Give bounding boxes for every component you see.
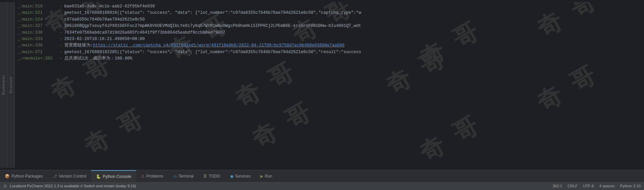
console-line: _:main:333 - 2023-02-20T18:16:21.498658+… xyxy=(17,36,641,42)
line-ref: _:main:327 xyxy=(17,23,58,29)
line-ref: _:main:336 xyxy=(17,42,58,49)
status-right: 362:1 CRLF UTF-8 4 spaces Python 3.10 xyxy=(552,184,641,188)
tab-python-packages[interactable]: 📦Python Packages xyxy=(0,170,48,182)
indent[interactable]: 4 spaces xyxy=(599,184,615,188)
status-bar: ⚠ Localized PyCharm 2022.1.3 is availabl… xyxy=(0,182,644,190)
watermark-11: 奇 哥 xyxy=(246,96,316,156)
python-console-icon: 🐍 xyxy=(96,174,101,179)
encoding[interactable]: UTF-8 xyxy=(583,184,594,188)
line-ref: _:main:324 xyxy=(17,16,58,23)
line-ref: _:<module>:382 xyxy=(17,55,58,62)
problems-icon: ⚠ xyxy=(141,174,145,179)
line-content: 2023-02-20T18:16:21.498658+08:00 xyxy=(64,36,145,42)
console-line: _:main:324 - c97da0355c7646b78ae794d2621… xyxy=(17,16,641,23)
line-ref: _:main:333 xyxy=(17,36,58,42)
tab-run[interactable]: ▶Run xyxy=(256,170,277,182)
line-ref: _:main:321 xyxy=(17,10,58,16)
tab-todo[interactable]: ☰TODO xyxy=(199,170,225,182)
line-content: 7634fe07566abdca97d19d26a085fc4641f9f73b… xyxy=(64,30,225,36)
tab-terminal[interactable]: ▭Terminal xyxy=(168,170,199,182)
console-content: _:main:319 - bae631a6-3e8c-4c1e-aab2-92f… xyxy=(15,2,644,168)
python-version[interactable]: Python 3.10 xyxy=(620,184,641,188)
line-ref: _:main:330 xyxy=(17,30,58,36)
tab-python-console[interactable]: 🐍Python Console xyxy=(91,170,136,182)
watermark-12: 奇 哥 xyxy=(414,110,484,168)
line-ref: _:main:319 xyxy=(17,3,58,10)
services-label: Services xyxy=(235,174,251,179)
watermark-7: 奇 哥 xyxy=(229,56,300,115)
todo-icon: ☰ xyxy=(203,174,207,179)
python-packages-label: Python Packages xyxy=(11,174,43,179)
console-line: _:main:330 - 7634fe07566abdca97d19d26a08… xyxy=(17,30,641,36)
watermark-10: 奇 哥 xyxy=(78,103,149,162)
python-console-label: Python Console xyxy=(103,174,131,179)
line-link[interactable]: https://static .com/captcha_v4/993f682ed… xyxy=(93,42,344,49)
line-prefix: 背景图链接为: xyxy=(64,42,93,49)
cursor-position[interactable]: 362:1 xyxy=(552,184,562,188)
bookmarks-label: Bookmarks xyxy=(2,75,5,95)
console-line: _:main:371 - geetest_1676888182205({"sta… xyxy=(17,49,641,55)
line-content: bae631a6-3e8c-4c1e-aab2-92f95bf4e930 xyxy=(64,3,155,10)
console-line: _:main:319 - bae631a6-3e8c-4c1e-aab2-92f… xyxy=(17,3,641,10)
bookmarks-sidebar[interactable]: Bookmarks xyxy=(0,2,7,168)
python-packages-icon: 📦 xyxy=(5,174,10,179)
todo-label: TODO xyxy=(209,174,220,179)
console-line: _:main:321 - geetest_1676888180916({"sta… xyxy=(17,10,641,16)
tab-services[interactable]: ◉Services xyxy=(225,170,256,182)
terminal-label: Terminal xyxy=(178,174,194,179)
line-content: c97da0355c7646b78ae794d2621e0c50 xyxy=(64,16,145,23)
run-label: Run xyxy=(265,174,272,179)
console-area: Bookmarks Structure _:main:319 - bae631a… xyxy=(0,0,644,170)
console-line: _:main:336 - 背景图链接为:https://static .com/… xyxy=(17,42,641,49)
warning-icon: ⚠ xyxy=(3,184,7,188)
tab-version-control[interactable]: ⎇Version Control xyxy=(48,170,91,182)
problems-label: Problems xyxy=(146,174,163,179)
tab-problems[interactable]: ⚠Problems xyxy=(136,170,168,182)
version-control-icon: ⎇ xyxy=(52,174,57,179)
run-icon: ▶ xyxy=(260,174,263,179)
line-ending[interactable]: CRLF xyxy=(568,184,578,188)
watermark-9: 奇 哥 xyxy=(531,59,601,119)
structure-label: Structure xyxy=(9,77,13,93)
terminal-icon: ▭ xyxy=(173,174,177,179)
services-icon: ◉ xyxy=(230,174,233,179)
line-content: geetest_1676888182205({"status": "succes… xyxy=(64,49,361,55)
console-line: _:main:327 - 39Gl86BQgpTxeuyf4iPX01G6FFo… xyxy=(17,23,641,29)
structure-sidebar[interactable]: Structure xyxy=(7,2,15,168)
status-message[interactable]: Localized PyCharm 2022.1.3 is available … xyxy=(10,184,136,188)
line-content: 39Gl86BQgpTxeuyf4iPX01G6FFoc27mpAK8V6OEV… xyxy=(64,23,361,29)
line-content: geetest_1676888180916({"status": "succes… xyxy=(64,10,361,16)
version-control-label: Version Control xyxy=(59,174,86,179)
tab-bar: 📦Python Packages⎇Version Control🐍Python … xyxy=(0,170,644,182)
line-content: 总共测试1次，成功率为：100.00% xyxy=(64,55,132,62)
console-line: _:<module>:382 - 总共测试1次，成功率为：100.00% xyxy=(17,55,641,62)
line-ref: _:main:371 xyxy=(17,49,58,55)
